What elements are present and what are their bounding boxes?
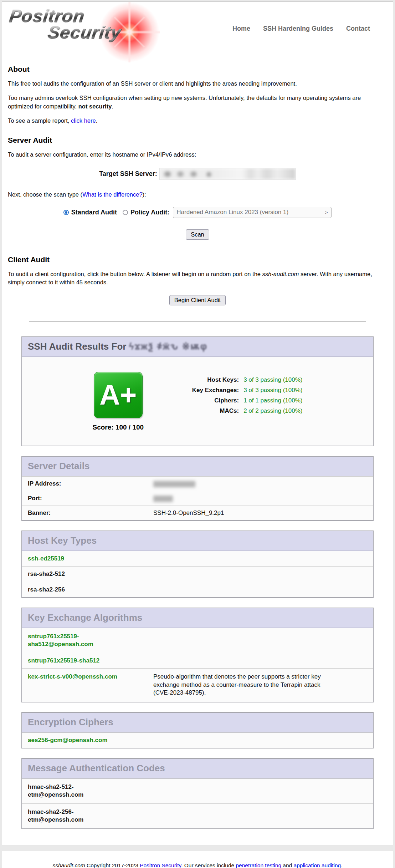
results-summary-title: SSH Audit Results For (28, 341, 207, 352)
scan-type-difference-link[interactable]: What is the difference? (82, 191, 142, 198)
stat-label-host-keys: Host Keys: (166, 376, 239, 384)
policy-audit-label: Policy Audit: (130, 209, 169, 216)
scan-button[interactable]: Scan (186, 229, 209, 240)
table-row: ssh-ed25519 (22, 551, 373, 566)
site-header: Positron Security Home SSH Hardening Gui… (8, 2, 387, 54)
table-row: Port: (22, 491, 373, 506)
server-audit-intro: To audit a server configuration, enter i… (8, 151, 387, 159)
table-row: hmac-sha2-512-etm@openssh.com (22, 778, 373, 803)
standard-audit-label: Standard Audit (71, 209, 117, 216)
key-exchange-title: Key Exchange Algorithms (28, 612, 142, 623)
sample-report-link[interactable]: click here (71, 117, 96, 124)
banner-label: Banner: (28, 509, 153, 517)
about-p3-end: . (96, 117, 98, 124)
target-server-input[interactable] (159, 168, 296, 180)
footer-copyright-text: Copyright 2017-2023 (85, 862, 140, 868)
about-paragraph-2: Too many admins overlook SSH configurati… (8, 94, 387, 111)
stat-label-macs: MACs: (166, 407, 239, 415)
cipher-name: aes256-gcm@openssh.com (28, 736, 108, 744)
port-value (153, 495, 173, 502)
encryption-ciphers-panel: Encryption Ciphers aes256-gcm@openssh.co… (21, 712, 374, 748)
application-auditing-link[interactable]: application auditing (294, 862, 341, 868)
policy-audit-radio[interactable] (123, 210, 128, 215)
macs-panel: Message Authentication Codes hmac-sha2-5… (21, 758, 374, 829)
redacted-value-blur (160, 168, 296, 179)
results-summary-header: SSH Audit Results For (22, 337, 373, 357)
audit-results-section: SSH Audit Results For A+ Score: 100 / 10… (21, 336, 374, 829)
positron-security-link[interactable]: Positron Security (140, 862, 181, 868)
about-p2-end: . (112, 103, 113, 110)
scan-type-options: Standard Audit Policy Audit: Hardened Am… (8, 207, 387, 218)
target-server-label: Target SSH Server: (99, 170, 157, 178)
policy-select-value: Hardened Amazon Linux 2023 (version 1) (176, 209, 288, 216)
policy-select[interactable]: Hardened Amazon Linux 2023 (version 1) ˃ (173, 207, 332, 218)
begin-client-audit-button[interactable]: Begin Client Audit (169, 295, 226, 305)
macs-header: Message Authentication Codes (22, 759, 373, 778)
host-key-types-title: Host Key Types (28, 535, 97, 546)
host-key-name: ssh-ed25519 (28, 555, 64, 563)
results-stats: Host Keys: 3 of 3 passing (100%) Key Exc… (166, 376, 302, 415)
positron-security-logo[interactable]: Positron Security (9, 7, 180, 50)
client-audit-paragraph: To audit a client configuration, click t… (8, 270, 387, 287)
ip-address-label: IP Address: (28, 480, 153, 487)
stat-value-ciphers: 1 of 1 passing (100%) (243, 397, 302, 404)
target-server-row: Target SSH Server: (8, 168, 387, 180)
stat-value-macs: 2 of 2 passing (100%) (243, 407, 302, 415)
encryption-ciphers-header: Encryption Ciphers (22, 713, 373, 732)
client-audit-button-row: Begin Client Audit (8, 295, 387, 305)
server-audit-title: Server Audit (8, 136, 387, 144)
nav-home[interactable]: Home (232, 25, 250, 32)
macs-title: Message Authentication Codes (28, 763, 165, 773)
scan-type-before: Next, choose the scan type ( (8, 191, 82, 198)
mac-name: hmac-sha2-256-etm@openssh.com (28, 808, 111, 824)
results-summary-panel: SSH Audit Results For A+ Score: 100 / 10… (21, 336, 374, 446)
logo-line2: Security (46, 23, 122, 42)
redacted-port-blur (153, 496, 173, 502)
stat-label-ciphers: Ciphers: (166, 397, 239, 404)
table-row: hmac-sha2-256-etm@openssh.com (22, 803, 373, 828)
host-key-types-panel: Host Key Types ssh-ed25519 rsa-sha2-512 … (21, 531, 374, 598)
footer-site-name: sshaudit.com (52, 862, 85, 868)
scan-button-row: Scan (8, 229, 387, 240)
grade-badge: A+ (94, 372, 143, 418)
about-title: About (8, 65, 387, 73)
main-nav: Home SSH Hardening Guides Contact (232, 25, 386, 32)
table-row: kex-strict-s-v00@openssh.com Pseudo-algo… (22, 668, 373, 702)
about-p2-text: Too many admins overlook SSH configurati… (8, 95, 361, 109)
nav-contact[interactable]: Contact (346, 25, 370, 32)
client-audit-text: To audit a client configuration, click t… (8, 271, 262, 277)
client-audit-title: Client Audit (8, 255, 387, 264)
footer-mid-text-1: . Our services include (181, 862, 236, 868)
kex-algorithm-name: sntrup761x25519-sha512@openssh.com (28, 633, 135, 648)
scan-type-text: Next, choose the scan type (What is the … (8, 191, 387, 199)
redacted-ip-blur (153, 481, 195, 487)
table-row: IP Address: (22, 476, 373, 491)
client-audit-domain: ssh-audit.com (262, 271, 299, 277)
main-content: Positron Security Home SSH Hardening Gui… (2, 1, 393, 846)
host-key-types-header: Host Key Types (22, 531, 373, 551)
host-key-name: rsa-sha2-256 (28, 586, 65, 594)
encryption-ciphers-title: Encryption Ciphers (28, 717, 113, 727)
nav-ssh-hardening-guides[interactable]: SSH Hardening Guides (263, 25, 333, 32)
server-details-header: Server Details (22, 457, 373, 476)
key-exchange-panel: Key Exchange Algorithms sntrup761x25519-… (21, 608, 374, 702)
scan-type-after: ): (143, 191, 146, 198)
table-row: rsa-sha2-256 (22, 582, 373, 597)
table-row: Banner: SSH-2.0-OpenSSH_9.2p1 (22, 506, 373, 520)
logo-text: Positron Security (9, 7, 180, 42)
key-exchange-header: Key Exchange Algorithms (22, 608, 373, 628)
about-p3-text: To see a sample report, (8, 117, 71, 124)
about-paragraph-1: This free tool audits the configuration … (8, 80, 387, 88)
kex-algorithm-name: sntrup761x25519-sha512 (28, 657, 135, 665)
redacted-hostname (129, 341, 208, 353)
penetration-testing-link[interactable]: penetration testing (236, 862, 282, 868)
stat-label-key-exchanges: Key Exchanges: (166, 387, 239, 394)
stat-value-host-keys: 3 of 3 passing (100%) (243, 376, 302, 384)
site-footer: sshaudit.com Copyright 2017-2023 Positro… (2, 851, 393, 868)
server-details-panel: Server Details IP Address: Port: Banner:… (21, 456, 374, 521)
table-row: aes256-gcm@openssh.com (22, 732, 373, 748)
standard-audit-radio[interactable] (63, 210, 69, 215)
grade-column: A+ Score: 100 / 100 (92, 372, 144, 431)
chevron-down-icon: ˃ (325, 210, 328, 215)
footer-mid-text-2: and (281, 862, 293, 868)
